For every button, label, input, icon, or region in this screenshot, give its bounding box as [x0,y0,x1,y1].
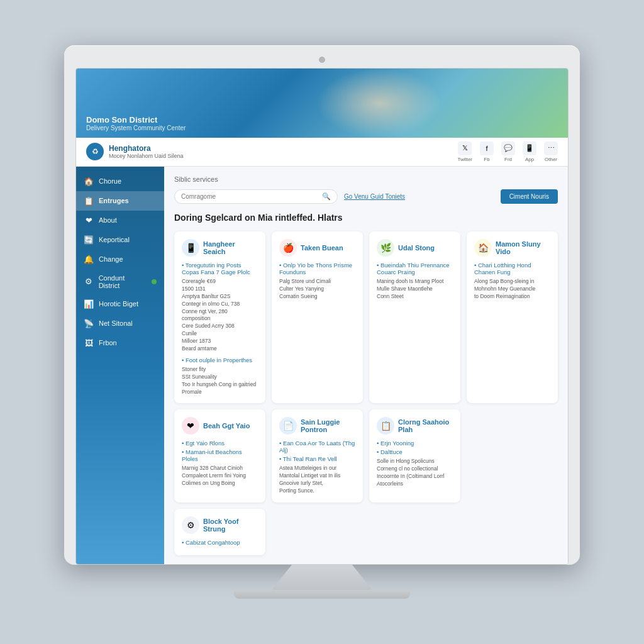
monitor-wrapper: Domo Son District Delivery System Commun… [64,45,580,599]
hero-banner: Domo Son District Delivery System Commun… [76,69,568,138]
card1-icon: 📱 [182,239,199,257]
card2-header: 🍎 Taken Buean [279,239,355,257]
search-link[interactable]: Go Venu Guid Toniets [344,193,405,200]
card7-link2[interactable]: Dalttuce [377,448,453,455]
bell-icon: 🔔 [84,255,94,264]
card3-link1[interactable]: Bueindah Thiu Prennance Couarc Praing [377,262,453,275]
card5-title: Beah Ggt Yaio [203,422,250,430]
card1-text1: Coreragle €691500 1t31Amptya Banltur G2S… [182,278,258,353]
refresh-icon: 🔄 [84,235,94,245]
card3-icon: 🌿 [377,239,394,257]
active-badge [152,279,157,284]
card7-header: 📋 Clorng Saahoio Plah [377,417,453,435]
card4-header: 🏠 Mamon Sluny Vido [474,239,550,257]
card6-link2[interactable]: Thi Teal Ran Re Vell [279,455,355,462]
card4-title: Mamon Sluny Vido [496,240,550,255]
more-icon: ⋯ [544,142,558,155]
section-heading: Doring Sgelcard on Mia rintleffed. Hlatr… [174,213,558,223]
card4-text1: Along Sap Bong-sleing inMohnohn Mey Guen… [474,278,550,301]
section-label: Siblic services [174,175,558,183]
card7-title: Clorng Saahoio Plah [398,418,453,433]
sidebar-item-about[interactable]: ❤ About [76,211,164,230]
sidebar-item-entruges[interactable]: 📋 Entruges [76,191,164,211]
card5-link2[interactable]: Maman-iut Beachons Ploles [182,448,258,462]
list-icon: 📋 [84,196,94,206]
hero-title: Domo Son District [86,115,186,125]
ciment-nouris-button[interactable]: Ciment Nouris [501,189,558,204]
content-area: Siblic services 🔍 Go Venu Guid Toniets C… [164,167,568,564]
fb-nav[interactable]: f Fb [480,142,494,162]
top-cards-grid: 📱 Hangheer Seaich Toregututin ing Posts … [174,231,558,403]
card6-title: Sain Luggie Pontron [301,418,355,433]
card6-header: 📄 Sain Luggie Pontron [279,417,355,435]
hero-text: Domo Son District Delivery System Commun… [86,115,186,131]
sidebar-item-frbon[interactable]: 🖼 Frbon [76,333,164,353]
chat-icon: 💬 [501,142,515,155]
mid-cards-grid: ❤ Beah Ggt Yaio Egt Yaio Rlons Maman-iut… [174,409,558,502]
card4-link1[interactable]: Chari Lotthing Hond Chanen Fung [474,262,550,275]
image-icon: 🖼 [84,338,94,348]
card7-link1[interactable]: Erjn Yooning [377,440,453,447]
card5-header: ❤ Beah Ggt Yaio [182,417,258,435]
monitor-frame: Domo Son District Delivery System Commun… [64,45,580,565]
app-nav[interactable]: 📱 App [523,142,536,162]
top-nav: ♻ Henghatora Mocey Nonlahom Uaid Silena … [76,138,568,167]
facebook-icon: f [480,142,494,155]
nav-icons: 𝕏 Twitter f Fb 💬 Frd 📱 App [457,142,558,162]
search-bar: 🔍 Go Venu Guid Toniets Ciment Nouris [174,189,558,204]
more-nav[interactable]: ⋯ Other [544,142,558,162]
sidebar-item-horotic[interactable]: 📊 Horotic Biget [76,294,164,314]
screen: Domo Son District Delivery System Commun… [75,68,569,565]
sidebar-item-keportical[interactable]: 🔄 Keportical [76,230,164,250]
home-icon: 🏠 [84,177,94,186]
brand-icon: ♻ [86,143,104,160]
search-input[interactable] [181,193,322,200]
card5-link1[interactable]: Egt Yaio Rlons [182,440,258,447]
empty-slot [467,409,558,502]
card3-header: 🌿 Udal Stong [377,239,453,257]
card-sain: 📄 Sain Luggie Pontron Ean Coa Aor To Laa… [272,409,363,502]
brand-area: ♻ Henghatora Mocey Nonlahom Uaid Silena [86,143,184,160]
twitter-nav[interactable]: 𝕏 Twitter [457,142,472,162]
card-block-yoof: ⚙ Block Yoof Strung Cabizat Congahtoop [174,509,265,555]
bottom-card-header: ⚙ Block Yoof Strung [182,516,258,534]
sidebar-item-condunt[interactable]: ⚙ Condunt District [76,269,164,294]
bottom-card-link1[interactable]: Cabizat Congahtoop [182,539,258,546]
card5-text2: Marnig 328 Charut CiniohCompaleot Lrerm … [182,465,258,487]
brand-name: Henghatora [109,144,184,153]
monitor-stand [272,565,372,590]
search-input-wrap[interactable]: 🔍 [174,189,338,204]
card1-title: Hangheer Seaich [203,240,258,255]
hero-subtitle: Delivery System Community Center [86,125,186,131]
card1-header: 📱 Hangheer Seaich [182,239,258,257]
card3-text1: Maning dooh Is Mrang PlootMulle Shave Ma… [377,278,453,301]
sidebar-item-chorue[interactable]: 🏠 Chorue [76,172,164,191]
sidebar-item-change[interactable]: 🔔 Change [76,250,164,269]
card1-link2[interactable]: Foot oulple in Properthes [182,357,258,364]
card6-link1[interactable]: Ean Coa Aor To Laats (Thg Alj) [279,440,355,453]
bottom-card-title: Block Yoof Strung [203,518,258,533]
brand-text: Henghatora Mocey Nonlahom Uaid Silena [109,144,184,159]
card-taken: 🍎 Taken Buean Onlp Yio be Thons Prisme F… [272,231,363,403]
card7-icon: 📋 [377,417,394,435]
twitter-icon: 𝕏 [458,142,472,155]
card1-text2: Stoner fitySSt SuneualityToo Ir hungseh … [182,366,258,396]
card-udal: 🌿 Udal Stong Bueindah Thiu Prennance Cou… [369,231,460,403]
card2-icon: 🍎 [279,239,297,257]
card2-link1[interactable]: Onlp Yio be Thons Prisme Founduns [279,262,355,275]
sidebar-item-net[interactable]: 📡 Net Sitonal [76,314,164,333]
brand-tagline: Mocey Nonlahom Uaid Silena [109,153,184,159]
card-mamon: 🏠 Mamon Sluny Vido Chari Lotthing Hond C… [467,231,558,403]
heart-icon: ❤ [84,216,94,225]
chat-nav[interactable]: 💬 Frd [501,142,515,162]
chart-icon: 📊 [84,299,94,309]
card5-icon: ❤ [182,417,199,435]
card2-title: Taken Buean [301,244,343,252]
card-beah: ❤ Beah Ggt Yaio Egt Yaio Rlons Maman-iut… [174,409,265,502]
card1-link1[interactable]: Toregututin ing Posts Copas Fana 7 Gage … [182,262,258,275]
app-icon: 📱 [523,142,536,155]
search-icon: 🔍 [322,192,331,201]
card4-icon: 🏠 [474,239,492,257]
card-hangheer: 📱 Hangheer Seaich Toregututin ing Posts … [174,231,265,403]
monitor-power-dot [319,57,325,63]
